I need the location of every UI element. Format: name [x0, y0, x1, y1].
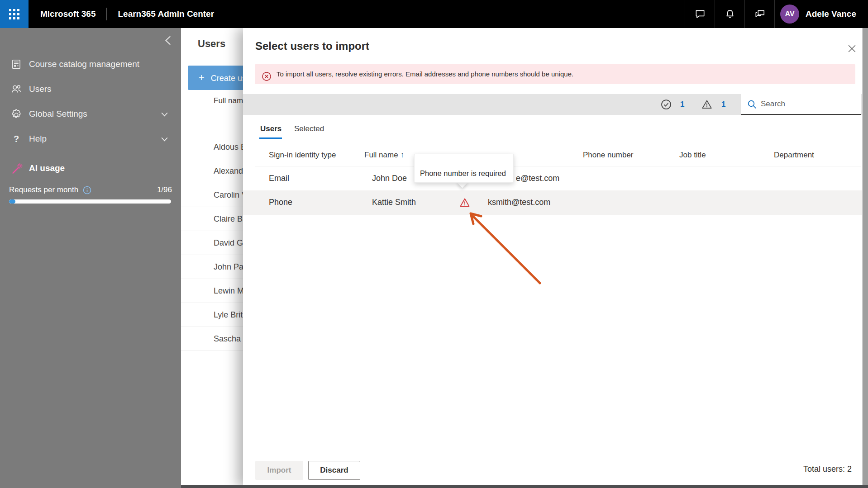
requests-per-month-row: Requests per month 1/96 — [9, 184, 172, 196]
avatar[interactable]: AV — [780, 5, 799, 24]
import-users-dialog: Select users to import To import all use… — [243, 28, 868, 488]
chat-button[interactable] — [685, 0, 715, 28]
user-name: Adele Vance — [806, 9, 856, 19]
help-icon: ? — [10, 134, 23, 144]
status-toolbar: 1 1 — [243, 94, 868, 115]
cell-signin-type: Phone — [269, 190, 292, 214]
chevron-down-icon — [161, 135, 168, 143]
error-banner: To import all users, resolve existing er… — [255, 64, 855, 84]
bell-icon — [724, 8, 736, 20]
page-title: Users — [198, 38, 225, 50]
cell-fullname: Kattie Smith — [372, 190, 416, 214]
chevron-down-icon — [161, 110, 168, 118]
active-tab-underline — [259, 137, 282, 139]
requests-value: 1/96 — [157, 185, 172, 194]
search-box — [741, 94, 861, 115]
sidebar-item-label: Global Settings — [29, 109, 87, 119]
info-icon[interactable] — [83, 186, 91, 194]
total-users-label: Total users: 2 — [803, 464, 852, 474]
warning-count: 1 — [721, 94, 725, 115]
horizontal-scrollbar[interactable] — [181, 485, 868, 488]
error-circle-icon — [262, 69, 272, 89]
sidebar-item-help[interactable]: ? Help — [0, 127, 181, 151]
account-menu[interactable]: AV Adele Vance — [774, 0, 868, 28]
column-header-signin[interactable]: Sign-in identity type — [269, 151, 336, 161]
search-input[interactable] — [761, 94, 856, 114]
sidebar-item-label: Users — [29, 84, 52, 94]
sidebar: Course catalog management Users Global S… — [0, 28, 181, 488]
sidebar-collapse-button[interactable] — [162, 33, 176, 47]
table-row[interactable]: Email John Doe e@test.com — [243, 166, 868, 190]
sidebar-item-label: Course catalog management — [29, 59, 139, 69]
usage-progress-bar — [9, 199, 171, 204]
discard-button[interactable]: Discard — [308, 461, 360, 480]
column-header-job[interactable]: Job title — [679, 151, 706, 161]
sidebar-item-label: Help — [29, 134, 47, 144]
search-icon — [747, 99, 757, 109]
ai-usage-label: AI usage — [29, 163, 65, 173]
sidebar-item-users[interactable]: Users — [0, 77, 181, 101]
chevron-left-icon — [163, 34, 175, 46]
close-button[interactable] — [845, 42, 858, 55]
column-header-phone[interactable]: Phone number — [583, 151, 634, 161]
plus-icon: + — [199, 72, 205, 83]
warning-triangle-icon — [701, 99, 713, 112]
tab-selected[interactable]: Selected — [294, 124, 324, 133]
vertical-scrollbar[interactable] — [862, 28, 868, 488]
tab-users[interactable]: Users — [260, 124, 281, 133]
sidebar-item-course-catalog[interactable]: Course catalog management — [0, 52, 181, 76]
sort-ascending-icon: ↑ — [400, 151, 404, 159]
bg-column-fullname: Full nam — [214, 90, 243, 111]
feedback-icon — [754, 8, 766, 20]
waffle-icon — [9, 9, 19, 19]
document-icon — [10, 58, 23, 70]
column-header-department[interactable]: Department — [774, 151, 814, 161]
top-bar: Microsoft 365 Learn365 Admin Center AV A… — [0, 0, 868, 28]
column-header-fullname[interactable]: Full name ↑ — [364, 151, 404, 161]
cell-email: e@test.com — [516, 166, 559, 190]
cell-signin-type: Email — [269, 166, 289, 190]
sidebar-item-ai-usage[interactable]: AI usage — [0, 156, 181, 180]
close-icon — [847, 44, 857, 53]
cell-email: ksmith@test.com — [488, 190, 550, 214]
requests-label: Requests per month — [9, 185, 78, 194]
gear-icon — [10, 108, 23, 120]
app-launcher-button[interactable] — [0, 0, 29, 28]
valid-count: 1 — [680, 94, 684, 115]
check-circle-icon — [660, 99, 672, 112]
feedback-button[interactable] — [744, 0, 774, 28]
row-warning-icon[interactable] — [459, 197, 470, 210]
app-title: Learn365 Admin Center — [118, 9, 214, 19]
validation-tooltip: Phone number is required — [414, 154, 514, 183]
chat-icon — [694, 8, 706, 20]
notifications-button[interactable] — [715, 0, 744, 28]
dialog-title: Select users to import — [255, 40, 369, 52]
usage-progress-fill — [9, 199, 15, 204]
table-row[interactable]: Phone Kattie Smith ksmith@test.com — [243, 190, 868, 215]
sidebar-item-global-settings[interactable]: Global Settings — [0, 102, 181, 126]
product-name[interactable]: Microsoft 365 — [40, 9, 95, 19]
import-button[interactable]: Import — [255, 461, 303, 480]
topbar-divider — [106, 8, 107, 20]
error-banner-text: To import all users, resolve existing er… — [277, 64, 573, 84]
cell-fullname: John Doe — [372, 166, 407, 190]
people-icon — [10, 83, 23, 95]
magic-wand-icon — [10, 162, 23, 175]
